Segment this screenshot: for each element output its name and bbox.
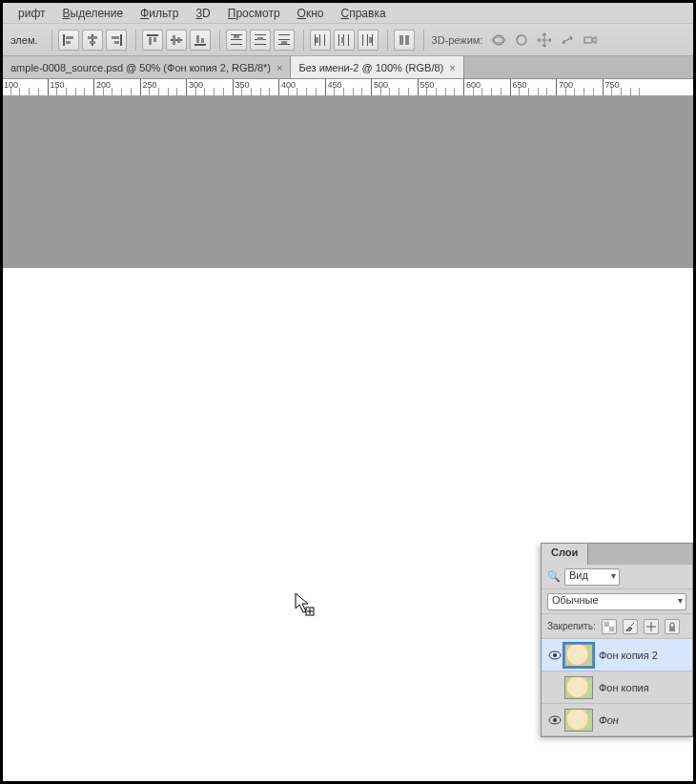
document-tab[interactable]: Без имени-2 @ 100% (RGB/8) × xyxy=(291,56,463,78)
options-label: элем. xyxy=(10,34,38,46)
3d-camera-icon[interactable] xyxy=(581,31,600,50)
lock-icon xyxy=(667,622,677,631)
layer-name[interactable]: Фон xyxy=(599,714,619,726)
svg-rect-3 xyxy=(92,34,93,46)
svg-rect-36 xyxy=(348,34,349,46)
svg-rect-16 xyxy=(196,35,199,43)
svg-rect-17 xyxy=(201,38,204,43)
document-tab-label: ample-0008_source.psd @ 50% (Фон копия 2… xyxy=(10,62,271,73)
layer-name[interactable]: Фон копия 2 xyxy=(599,650,658,661)
3d-orbit-icon[interactable] xyxy=(489,31,508,50)
svg-rect-2 xyxy=(66,41,71,44)
separator xyxy=(135,30,136,51)
align-bottom-icon xyxy=(194,33,207,47)
layers-panel: Слои 🔍 Вид Обычные Закрепить: xyxy=(541,543,693,737)
align-hcenter-icon xyxy=(86,33,99,47)
distribute-left-button[interactable] xyxy=(310,30,331,51)
layer-row[interactable]: Фон xyxy=(542,704,692,736)
svg-rect-41 xyxy=(369,37,372,43)
svg-rect-29 xyxy=(281,41,287,44)
svg-rect-33 xyxy=(316,37,318,43)
layer-thumbnail[interactable] xyxy=(564,676,593,699)
layer-thumbnail[interactable] xyxy=(564,709,593,732)
distribute-bottom-button[interactable] xyxy=(274,30,295,51)
svg-rect-6 xyxy=(120,34,122,46)
align-right-icon xyxy=(110,33,123,47)
menu-item-view[interactable]: Просмотр xyxy=(228,7,280,20)
align-bottom-button[interactable] xyxy=(190,30,211,51)
svg-rect-8 xyxy=(114,41,119,44)
options-bar: элем. xyxy=(3,24,693,56)
svg-rect-12 xyxy=(171,39,182,41)
layer-thumbnail[interactable] xyxy=(564,644,593,667)
eye-icon xyxy=(548,715,562,725)
align-hcenter-button[interactable] xyxy=(82,30,103,51)
menu-bar: рифт Выделение Фильтр 3D Просмотр Окно С… xyxy=(3,3,693,24)
layers-tab[interactable]: Слои xyxy=(542,544,588,565)
distribute-hcenter-icon xyxy=(338,33,351,47)
distribute-vcenter-button[interactable] xyxy=(250,30,271,51)
svg-rect-0 xyxy=(63,34,65,46)
svg-rect-42 xyxy=(399,35,403,45)
align-left-button[interactable] xyxy=(58,30,79,51)
align-top-button[interactable] xyxy=(142,30,163,51)
layer-row[interactable]: Фон копия xyxy=(542,671,692,704)
svg-rect-40 xyxy=(372,34,373,46)
3d-roll-icon[interactable] xyxy=(512,31,531,50)
menu-item-3d[interactable]: 3D xyxy=(195,7,210,20)
move-icon xyxy=(646,622,656,631)
blend-mode-select[interactable]: Обычные xyxy=(547,593,686,610)
auto-align-button[interactable] xyxy=(394,30,415,51)
svg-rect-30 xyxy=(315,34,316,46)
svg-rect-39 xyxy=(367,34,368,46)
visibility-toggle[interactable] xyxy=(545,648,564,663)
close-icon[interactable]: × xyxy=(449,62,455,73)
menu-item-select[interactable]: Выделение xyxy=(62,7,123,20)
menu-item-font[interactable]: рифт xyxy=(18,7,45,20)
svg-point-56 xyxy=(553,653,557,657)
separator xyxy=(219,30,220,51)
svg-rect-38 xyxy=(362,34,363,46)
lock-all-button[interactable] xyxy=(665,619,680,634)
svg-rect-20 xyxy=(231,44,242,45)
close-icon[interactable]: × xyxy=(276,62,282,73)
blend-mode-row: Обычные xyxy=(542,589,692,614)
menu-item-window[interactable]: Окно xyxy=(297,7,324,20)
svg-rect-15 xyxy=(194,44,206,46)
svg-rect-14 xyxy=(177,37,180,43)
lock-transparent-button[interactable] xyxy=(602,619,617,634)
panel-tabbar: Слои xyxy=(542,544,692,565)
align-vcenter-icon xyxy=(170,33,183,47)
document-tab[interactable]: ample-0008_source.psd @ 50% (Фон копия 2… xyxy=(3,56,291,78)
layer-filter-row: 🔍 Вид xyxy=(542,565,692,589)
horizontal-ruler[interactable]: 1001502002503003504004505005506006507007… xyxy=(3,79,693,96)
lock-pixels-button[interactable] xyxy=(623,619,638,634)
menu-item-filter[interactable]: Фильтр xyxy=(140,7,178,20)
visibility-toggle[interactable] xyxy=(545,712,564,728)
menu-item-help[interactable]: Справка xyxy=(341,7,386,20)
svg-rect-13 xyxy=(173,35,175,45)
3d-pan-icon[interactable] xyxy=(535,31,554,50)
align-right-button[interactable] xyxy=(106,30,127,51)
separator xyxy=(387,30,388,51)
distribute-right-button[interactable] xyxy=(358,30,379,51)
svg-point-58 xyxy=(553,718,557,722)
lock-position-button[interactable] xyxy=(644,619,659,634)
svg-rect-19 xyxy=(231,39,242,40)
layer-row[interactable]: Фон копия 2 xyxy=(542,639,692,671)
svg-rect-18 xyxy=(231,34,242,35)
auto-align-icon xyxy=(398,33,411,47)
document-tabs: ample-0008_source.psd @ 50% (Фон копия 2… xyxy=(3,56,693,79)
svg-rect-34 xyxy=(338,34,339,46)
distribute-hcenter-button[interactable] xyxy=(334,30,355,51)
search-icon: 🔍 xyxy=(547,570,561,583)
distribute-left-icon xyxy=(314,33,327,47)
svg-rect-43 xyxy=(405,35,409,45)
distribute-top-button[interactable] xyxy=(226,30,247,51)
layer-name[interactable]: Фон копия xyxy=(599,682,649,693)
layer-kind-select[interactable]: Вид xyxy=(564,568,620,586)
3d-slide-icon[interactable] xyxy=(558,31,577,50)
svg-rect-52 xyxy=(604,622,609,627)
align-left-icon xyxy=(62,33,75,47)
align-vcenter-button[interactable] xyxy=(166,30,187,51)
